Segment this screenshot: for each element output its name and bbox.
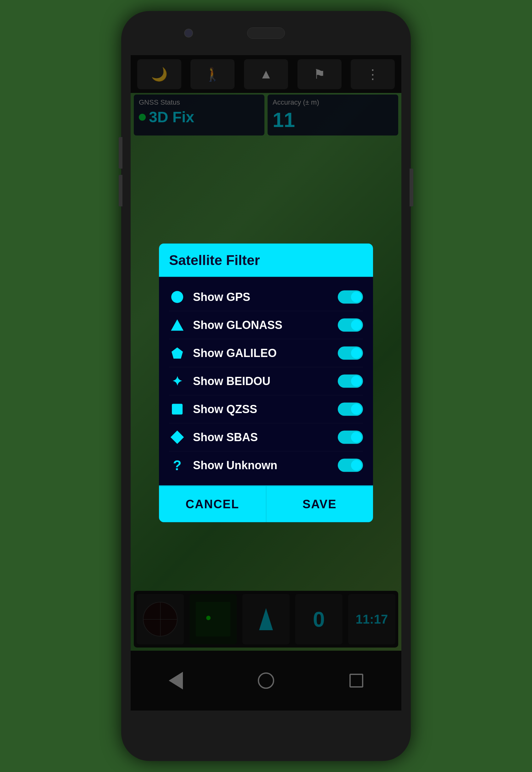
square-icon [172,404,183,415]
filter-row-sbas: Show SBAS [169,423,363,451]
diamond-icon [171,430,184,444]
sbas-label: Show SBAS [193,431,338,444]
triangle-icon [171,320,184,331]
galileo-icon [169,345,185,361]
satellite-filter-dialog: Satellite Filter Show GPS Show GLONAS [159,244,373,522]
dialog-header: Satellite Filter [159,244,373,277]
unknown-icon: ? [169,457,185,474]
beidou-toggle[interactable] [338,375,363,388]
dialog-body: Show GPS Show GLONASS Show GALIL [159,277,373,485]
glonass-toggle[interactable] [338,319,363,332]
glonass-label: Show GLONASS [193,319,338,332]
power-button[interactable] [410,168,413,207]
beidou-icon: ✦ [169,373,185,389]
gps-icon [169,289,185,305]
unknown-toggle[interactable] [338,459,363,472]
dialog-title: Satellite Filter [169,253,363,268]
dialog-buttons: CANCEL SAVE [159,485,373,522]
phone-bottom-bar [121,711,411,761]
phone-screen: 🌙 🚶 ▲ ⚑ ⋮ GNSS Status 3D Fix [131,55,401,711]
volume-down-button[interactable] [119,175,122,207]
filter-row-beidou: ✦ Show BEIDOU [169,367,363,395]
unknown-label: Show Unknown [193,459,338,472]
star-icon: ✦ [172,375,183,388]
qzss-icon [169,401,185,417]
galileo-toggle[interactable] [338,347,363,360]
phone-top-bar [121,11,411,55]
speaker [247,27,285,39]
volume-up-button[interactable] [119,137,122,168]
cancel-button[interactable]: CANCEL [159,486,266,522]
sbas-toggle[interactable] [338,431,363,444]
phone-frame: 🌙 🚶 ▲ ⚑ ⋮ GNSS Status 3D Fix [121,11,411,761]
filter-row-qzss: Show QZSS [169,395,363,423]
filter-row-gps: Show GPS [169,283,363,311]
filter-row-glonass: Show GLONASS [169,311,363,339]
camera [184,29,193,37]
qzss-toggle[interactable] [338,403,363,416]
glonass-icon [169,317,185,333]
beidou-label: Show BEIDOU [193,375,338,388]
gps-toggle[interactable] [338,291,363,304]
circle-icon [171,291,183,303]
gps-label: Show GPS [193,291,338,304]
pentagon-icon [172,348,183,359]
question-icon: ? [173,458,182,472]
filter-row-galileo: Show GALILEO [169,339,363,367]
qzss-label: Show QZSS [193,403,338,416]
filter-row-unknown: ? Show Unknown [169,451,363,479]
save-button[interactable]: SAVE [266,486,373,522]
galileo-label: Show GALILEO [193,347,338,360]
sbas-icon [169,429,185,446]
